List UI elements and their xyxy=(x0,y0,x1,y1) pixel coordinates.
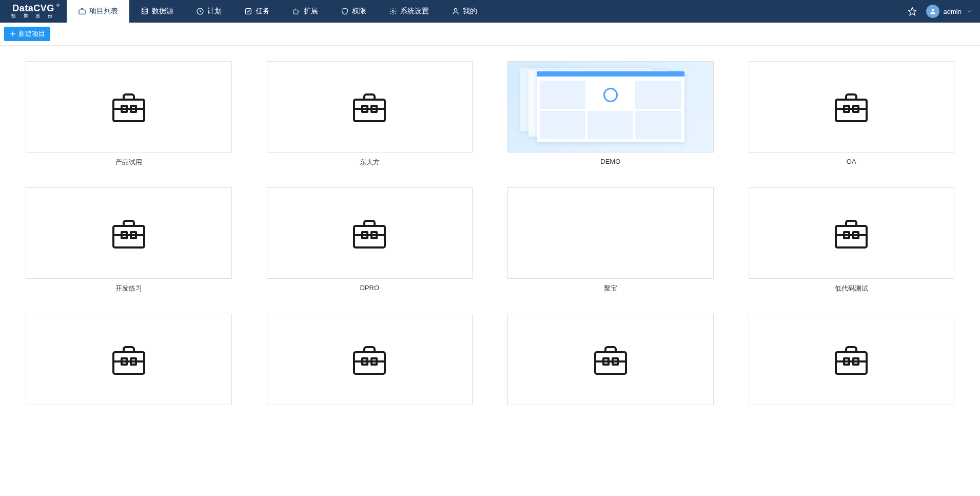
svg-rect-39 xyxy=(354,352,385,374)
checklist-icon xyxy=(244,7,252,15)
logo-registered: ® xyxy=(56,3,60,8)
svg-point-8 xyxy=(931,9,934,11)
project-card[interactable] xyxy=(267,61,473,152)
briefcase-icon xyxy=(351,343,388,376)
briefcase-icon xyxy=(351,90,388,123)
briefcase-icon xyxy=(78,7,86,15)
project-card[interactable] xyxy=(507,314,714,405)
project-title: 产品试用 xyxy=(115,158,142,167)
project-card[interactable] xyxy=(267,187,473,279)
user-name: admin xyxy=(944,8,962,15)
project-card[interactable] xyxy=(507,61,714,152)
project-8 xyxy=(26,314,232,410)
nav-item-4[interactable]: 扩展 xyxy=(281,0,329,23)
nav-item-7[interactable]: 我的 xyxy=(440,0,488,23)
header: DataCVG 数 聚 股 份 ® 项目列表数据源计划任务扩展权限系统设置我的 … xyxy=(0,0,980,23)
project-card[interactable] xyxy=(749,61,955,152)
project-3: OA xyxy=(749,61,955,167)
briefcase-icon xyxy=(110,90,147,123)
project-6: 聚宝 xyxy=(507,187,714,293)
shield-icon xyxy=(341,7,349,15)
nav-item-0[interactable]: 项目列表 xyxy=(67,0,129,23)
svg-rect-27 xyxy=(354,226,385,247)
new-project-label: 新建项目 xyxy=(18,29,45,39)
project-5: DPRO xyxy=(267,187,473,293)
svg-rect-31 xyxy=(836,226,867,247)
svg-rect-15 xyxy=(354,100,385,121)
project-card[interactable] xyxy=(749,314,955,405)
svg-rect-4 xyxy=(294,10,298,14)
new-project-button[interactable]: 新建项目 xyxy=(4,27,50,41)
gear-icon xyxy=(389,7,397,15)
briefcase-icon xyxy=(592,343,629,376)
nav-item-5[interactable]: 权限 xyxy=(329,0,378,23)
svg-point-5 xyxy=(392,10,394,12)
project-7: 低代码测试 xyxy=(749,187,955,293)
project-title: 东大方 xyxy=(360,158,380,167)
project-card[interactable] xyxy=(26,314,232,405)
clock-icon xyxy=(196,7,204,15)
briefcase-icon xyxy=(833,343,870,376)
project-11 xyxy=(749,314,955,410)
project-grid: 产品试用东大方DEMOOA开发练习DPRO聚宝低代码测试 xyxy=(0,46,980,426)
briefcase-icon xyxy=(351,217,388,250)
nav-item-3[interactable]: 任务 xyxy=(233,0,281,23)
nav-label: 任务 xyxy=(256,7,270,16)
project-title: 开发练习 xyxy=(115,284,142,293)
project-card[interactable] xyxy=(26,187,232,279)
nav-item-2[interactable]: 计划 xyxy=(185,0,233,23)
nav-item-6[interactable]: 系统设置 xyxy=(378,0,440,23)
project-title: 聚宝 xyxy=(604,284,617,293)
nav-label: 权限 xyxy=(352,7,366,16)
toolbar: 新建项目 xyxy=(0,23,980,46)
project-card[interactable] xyxy=(749,187,955,279)
nav-label: 计划 xyxy=(207,7,222,16)
briefcase-icon xyxy=(833,217,870,250)
project-card[interactable] xyxy=(26,61,232,152)
logo-text: DataCVG xyxy=(12,3,54,14)
chevron-down-icon xyxy=(967,9,972,14)
project-title: OA xyxy=(847,158,856,165)
nav-label: 扩展 xyxy=(304,7,318,16)
svg-rect-11 xyxy=(113,100,144,121)
plugin-icon xyxy=(292,7,301,15)
main-nav: 项目列表数据源计划任务扩展权限系统设置我的 xyxy=(67,0,488,23)
plus-icon xyxy=(9,30,16,37)
project-2: DEMO xyxy=(507,61,714,167)
project-card[interactable] xyxy=(267,314,473,405)
nav-label: 我的 xyxy=(463,7,477,16)
project-10 xyxy=(507,314,714,410)
project-title: DPRO xyxy=(360,284,379,292)
briefcase-icon xyxy=(110,217,147,250)
database-icon xyxy=(141,7,149,15)
svg-point-6 xyxy=(454,9,457,11)
logo-subtext: 数 聚 股 份 xyxy=(11,13,55,20)
project-card[interactable] xyxy=(507,187,714,279)
project-1: 东大方 xyxy=(267,61,473,167)
briefcase-icon xyxy=(110,343,147,376)
svg-point-1 xyxy=(142,8,148,10)
project-title: 低代码测试 xyxy=(835,284,868,293)
nav-item-1[interactable]: 数据源 xyxy=(129,0,185,23)
avatar xyxy=(926,5,939,18)
svg-rect-35 xyxy=(113,352,144,374)
svg-rect-19 xyxy=(836,100,867,121)
user-icon xyxy=(452,7,460,15)
star-icon[interactable] xyxy=(908,7,917,16)
logo[interactable]: DataCVG 数 聚 股 份 ® xyxy=(0,0,67,23)
nav-label: 系统设置 xyxy=(400,7,429,16)
svg-marker-7 xyxy=(908,8,916,15)
project-title: DEMO xyxy=(600,158,620,165)
header-right: admin xyxy=(908,0,980,23)
user-menu[interactable]: admin xyxy=(926,5,972,18)
svg-rect-47 xyxy=(836,352,867,374)
nav-label: 数据源 xyxy=(152,7,173,16)
project-9 xyxy=(267,314,473,410)
nav-label: 项目列表 xyxy=(89,7,118,16)
project-0: 产品试用 xyxy=(26,61,232,167)
project-4: 开发练习 xyxy=(26,187,232,293)
svg-rect-0 xyxy=(79,10,85,14)
svg-rect-43 xyxy=(595,352,626,374)
briefcase-icon xyxy=(833,90,870,123)
svg-rect-23 xyxy=(113,226,144,247)
